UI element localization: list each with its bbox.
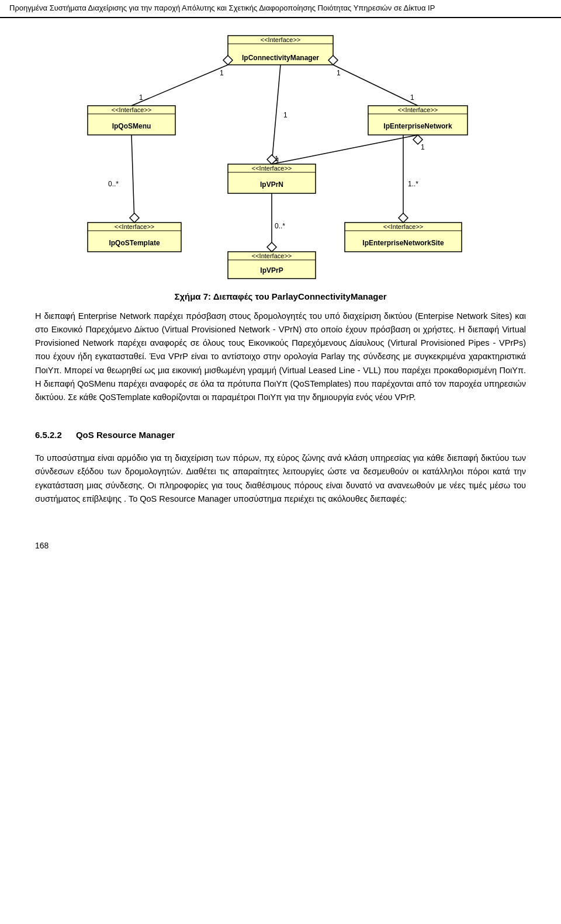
mult-vprp-1: 0..* [275, 222, 285, 230]
label-IpQoSTemplate: <<Interface>> [115, 223, 155, 230]
mult-entsite-1: 1..* [408, 180, 418, 188]
label-IpQoSTemplate-name: IpQoSTemplate [109, 239, 160, 247]
page-content: <<Interface>> IpConnectivityManager <<In… [0, 18, 561, 536]
label-IpVPrN-name: IpVPrN [260, 180, 283, 189]
section-title: QoS Resource Manager [76, 430, 175, 440]
page-number: 168 [35, 541, 49, 550]
label-IpVPrP: <<Interface>> [252, 252, 292, 259]
label-IpEnterpriseNetwork-name: IpEnterpriseNetwork [383, 122, 452, 130]
label-IpQoSMenu-name: IpQoSMenu [112, 122, 151, 130]
label-IpEnterpriseNetwork: <<Interface>> [398, 106, 438, 113]
label-IpConnectivityManager: <<Interface>> [261, 36, 301, 43]
label-IpVPrP-name: IpVPrP [260, 266, 283, 275]
svg-line-20 [272, 65, 280, 164]
label-IpEnterpriseNetworkSite: <<Interface>> [383, 223, 424, 230]
section-number: 6.5.2.2 [35, 430, 62, 440]
header-text: Προηγμένα Συστήματα Διαχείρισης για την … [9, 4, 435, 12]
label-IpVPrN: <<Interface>> [252, 165, 292, 172]
label-IpQoSMenu: <<Interface>> [112, 106, 152, 113]
svg-line-14 [131, 65, 228, 106]
mult-vpn-top: 1 [276, 157, 280, 165]
uml-diagram: <<Interface>> IpConnectivityManager <<In… [70, 30, 491, 281]
mult-qost-1: 0..* [108, 180, 119, 188]
svg-marker-23 [130, 213, 139, 223]
paragraph-1: Η διεπαφή Enterprise Network παρέχει πρό… [35, 310, 526, 404]
figure-caption: Σχήμα 7: Διεπαφές του ParlayConnectivity… [35, 291, 526, 301]
svg-line-22 [131, 135, 134, 223]
label-IpConnectivityManager-name: IpConnectivityManager [242, 54, 319, 62]
diagram-svg-container: <<Interface>> IpConnectivityManager <<In… [35, 30, 526, 281]
svg-marker-25 [399, 213, 408, 223]
page-footer: 168 [0, 536, 561, 555]
header-bar: Προηγμένα Συστήματα Διαχείρισης για την … [0, 0, 561, 18]
mult-entnet-2: 1 [421, 143, 425, 151]
paragraph-2: Το υποσύστημα είναι αρμόδιο για τη διαχε… [35, 451, 526, 506]
label-IpEnterpriseNetworkSite-name: IpEnterpriseNetworkSite [362, 239, 444, 247]
section-heading-row: 6.5.2.2 QoS Resource Manager [35, 417, 526, 446]
mult-conn-2: 1 [337, 69, 341, 77]
mult-entnet-1: 1 [410, 93, 414, 102]
svg-marker-27 [267, 242, 276, 252]
svg-line-18 [272, 135, 418, 164]
mult-conn-1: 1 [220, 69, 224, 77]
mult-center-1: 1 [283, 111, 288, 119]
mult-qosmenu-1: 1 [139, 93, 143, 102]
svg-line-16 [333, 65, 418, 106]
diagram-area: <<Interface>> IpConnectivityManager <<In… [35, 30, 526, 281]
